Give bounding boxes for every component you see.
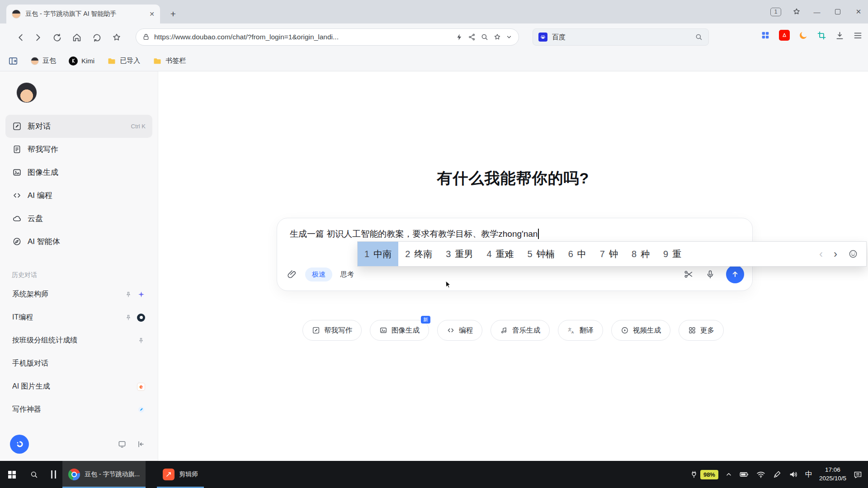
- browser-tab[interactable]: 豆包 - 字节跳动旗下 AI 智能助手 ✕: [6, 5, 160, 23]
- battery-widget[interactable]: 98%: [690, 470, 718, 479]
- greeting-title: 有什么我能帮你的吗?: [158, 168, 868, 189]
- ime-next-page-icon[interactable]: ›: [834, 249, 837, 259]
- microphone-icon[interactable]: [705, 269, 715, 279]
- chip-translate[interactable]: 文A 翻译: [558, 320, 603, 341]
- send-button[interactable]: [726, 265, 744, 283]
- taskbar-clock[interactable]: 17:06 2025/10/5: [819, 466, 846, 483]
- collapse-sidebar-icon[interactable]: [135, 438, 147, 450]
- ime-candidate[interactable]: 7钟: [593, 242, 625, 266]
- back-icon[interactable]: [14, 31, 27, 44]
- bookmark-kimi[interactable]: Kimi: [69, 56, 94, 66]
- mode-think-toggle[interactable]: 思考: [340, 270, 354, 279]
- ime-emoji-icon[interactable]: [848, 249, 858, 259]
- ime-candidate[interactable]: 4重难: [480, 242, 520, 266]
- ime-candidate[interactable]: 8种: [625, 242, 656, 266]
- user-avatar[interactable]: [16, 82, 37, 103]
- search-icon[interactable]: [695, 33, 703, 41]
- sidebar-panel-icon[interactable]: [8, 56, 18, 66]
- taskbar-task-jianjishi[interactable]: 剪辑师: [157, 461, 204, 488]
- chip-image-gen[interactable]: 新 图像生成: [370, 320, 429, 341]
- sidebar-item-label: AI 编程: [28, 190, 52, 201]
- video-play-icon: [621, 326, 629, 334]
- download-count-badge[interactable]: 1: [770, 8, 781, 16]
- history-item[interactable]: AI 图片生成 e: [5, 375, 152, 398]
- ime-candidate[interactable]: 1中南: [358, 242, 398, 266]
- menu-icon[interactable]: [853, 31, 863, 40]
- tray-network-icon[interactable]: [756, 469, 766, 479]
- ime-candidate[interactable]: 5钟楠: [521, 242, 561, 266]
- scissors-icon[interactable]: [684, 269, 693, 279]
- url-bar[interactable]: https://www.doubao.com/chat/?from_login=…: [136, 28, 519, 46]
- bolt-icon[interactable]: [455, 33, 463, 41]
- screenshot-crop-icon[interactable]: [817, 31, 826, 40]
- home-icon[interactable]: [71, 31, 83, 44]
- minimize-button[interactable]: —: [812, 7, 822, 17]
- sidebar-item-ai-coding[interactable]: AI 编程: [5, 184, 152, 207]
- bookmark-folder-bar[interactable]: 书签栏: [153, 56, 186, 66]
- doubao-logo[interactable]: [10, 435, 29, 454]
- display-mode-icon[interactable]: [116, 438, 128, 450]
- start-button[interactable]: [0, 461, 24, 488]
- ime-candidate[interactable]: 3重男: [439, 242, 480, 266]
- pdf-icon[interactable]: [779, 30, 790, 41]
- night-mode-icon[interactable]: [798, 30, 808, 40]
- ime-candidate[interactable]: 9重: [656, 242, 688, 266]
- code-icon: [12, 191, 22, 200]
- ime-candidate[interactable]: 2终南: [398, 242, 439, 266]
- attachment-icon[interactable]: [287, 269, 297, 279]
- sidebar-item-ai-agents[interactable]: AI 智能体: [5, 230, 152, 253]
- bookmark-label: Kimi: [81, 57, 94, 65]
- history-item[interactable]: 手机版对话: [5, 352, 152, 375]
- ime-candidate[interactable]: 6中: [561, 242, 593, 266]
- favorites-icon[interactable]: [110, 31, 123, 44]
- action-center-icon[interactable]: [853, 470, 863, 479]
- theme-icon[interactable]: [792, 7, 801, 16]
- maximize-button[interactable]: [833, 7, 843, 17]
- new-tab-button[interactable]: +: [166, 7, 180, 21]
- prompt-input-text[interactable]: 生成一篇 初识人工智能的教案，要求有教学目标、教学zhong'nan: [290, 228, 740, 240]
- apps-grid-icon[interactable]: [760, 30, 770, 40]
- task-view-icon[interactable]: [44, 461, 62, 488]
- history-item[interactable]: 按班级分组统计成绩: [5, 329, 152, 352]
- ime-prev-page-icon[interactable]: ‹: [819, 249, 823, 259]
- taskbar-search-icon[interactable]: [24, 461, 44, 488]
- sidebar-item-image-gen[interactable]: 图像生成: [5, 161, 152, 184]
- baidu-search-box[interactable]: 百度: [533, 28, 709, 46]
- bookmark-doubao[interactable]: 豆包: [31, 56, 56, 65]
- sidebar-item-write[interactable]: 帮我写作: [5, 138, 152, 161]
- browser-tab-strip: 豆包 - 字节跳动旗下 AI 智能助手 ✕ + 1 — ✕: [0, 0, 868, 23]
- download-icon[interactable]: [835, 31, 844, 40]
- forward-icon[interactable]: [32, 31, 44, 44]
- bookmark-star-icon[interactable]: [493, 33, 501, 41]
- restore-session-icon[interactable]: [90, 31, 103, 44]
- chip-label: 翻译: [580, 326, 594, 335]
- bookmark-folder-imported[interactable]: 已导入: [107, 56, 140, 66]
- history-item[interactable]: 写作神器: [5, 398, 152, 421]
- search-engine-label: 百度: [552, 33, 690, 42]
- tray-pen-icon[interactable]: [773, 470, 782, 479]
- mode-fast-pill[interactable]: 极速: [305, 267, 332, 282]
- share-icon[interactable]: [468, 33, 476, 41]
- tray-volume-icon[interactable]: [788, 469, 798, 479]
- tray-chevron-up-icon[interactable]: [725, 471, 732, 478]
- chip-video-gen[interactable]: 视频生成: [611, 320, 670, 341]
- reload-icon[interactable]: [51, 31, 63, 44]
- history-item-label: 按班级分组统计成绩: [12, 336, 133, 345]
- history-item[interactable]: IT编程: [5, 306, 152, 329]
- tray-battery-icon[interactable]: [739, 469, 749, 479]
- close-button[interactable]: ✕: [854, 7, 863, 17]
- history-item[interactable]: 系统架构师: [5, 283, 152, 306]
- sidebar-item-cloud-drive[interactable]: 云盘: [5, 207, 152, 230]
- svg-text:A: A: [571, 330, 574, 334]
- chip-more[interactable]: 更多: [679, 320, 724, 341]
- sidebar-item-new-chat[interactable]: 新对话 Ctrl K: [5, 115, 152, 138]
- sidebar-item-label: 图像生成: [28, 167, 58, 178]
- zoom-icon[interactable]: [481, 33, 489, 41]
- chevron-down-icon[interactable]: [506, 34, 512, 40]
- chip-music-gen[interactable]: 音乐生成: [491, 320, 550, 341]
- chip-coding[interactable]: 编程: [437, 320, 482, 341]
- tab-close-icon[interactable]: ✕: [149, 10, 155, 18]
- chip-write[interactable]: 帮我写作: [302, 320, 362, 341]
- taskbar-task-doubao[interactable]: 豆包 - 字节跳动旗...: [62, 461, 146, 488]
- ime-language-indicator[interactable]: 中: [805, 470, 812, 479]
